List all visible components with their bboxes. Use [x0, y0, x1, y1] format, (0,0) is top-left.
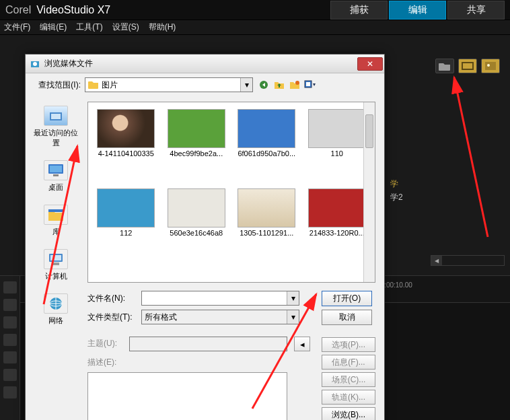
- chevron-down-icon[interactable]: ▾: [240, 78, 252, 92]
- description-label: 描述(E):: [87, 355, 125, 368]
- places-bar: 最近访问的位置 桌面 库 计算机 网络: [32, 106, 79, 338]
- menu-file[interactable]: 文件(F): [4, 22, 30, 33]
- tab-edit[interactable]: 编辑: [389, 1, 446, 20]
- brand-corel: Corel: [5, 4, 31, 16]
- new-folder-icon[interactable]: [288, 78, 301, 92]
- dialog-title: 浏览媒体文件: [44, 58, 353, 69]
- scroll-left-icon[interactable]: ◀: [431, 256, 442, 265]
- photo-icon[interactable]: [481, 59, 500, 73]
- track-icon-2[interactable]: [3, 334, 17, 346]
- timeline-view-icon[interactable]: [3, 299, 17, 311]
- filetype-label: 文件类型(T):: [87, 312, 136, 323]
- menu-settings[interactable]: 设置(S): [112, 22, 139, 33]
- filename-label: 文件名(N):: [87, 293, 136, 304]
- track-icon-1[interactable]: [3, 316, 17, 328]
- scenes-button[interactable]: 场景(C)...: [322, 372, 375, 387]
- filename-input[interactable]: ▾: [141, 291, 299, 306]
- file-vscroll[interactable]: [363, 102, 375, 282]
- file-thumb[interactable]: 112: [94, 188, 159, 237]
- auto-play-icon[interactable]: ◂: [294, 337, 310, 351]
- cancel-button[interactable]: 取消: [322, 310, 372, 325]
- places-desktop[interactable]: 桌面: [32, 160, 79, 193]
- library-item-2[interactable]: 学2: [390, 192, 403, 203]
- svg-line-23: [454, 77, 488, 237]
- dialog-icon: [30, 59, 40, 69]
- svg-rect-9: [306, 82, 310, 86]
- browse-button[interactable]: 浏览(B)...: [322, 407, 375, 420]
- file-thumb[interactable]: 4-141104100335: [94, 109, 159, 158]
- file-thumb[interactable]: 1305-1101291...: [234, 188, 299, 237]
- close-button[interactable]: ✕: [357, 57, 383, 71]
- file-thumb[interactable]: 110: [305, 109, 370, 158]
- svg-rect-15: [48, 209, 63, 212]
- library-list: 学 学2: [390, 176, 403, 205]
- svg-rect-18: [52, 262, 59, 265]
- file-thumb[interactable]: 6f061d950a7b0...: [234, 109, 299, 158]
- lookin-value: 图片: [102, 79, 118, 91]
- file-thumb[interactable]: 214833-120R0...: [305, 188, 370, 237]
- menu-bar: 文件(F) 编辑(E) 工具(T) 设置(S) 帮助(H): [0, 20, 510, 35]
- tracks-button[interactable]: 轨道(K)...: [322, 390, 375, 405]
- places-network[interactable]: 网络: [32, 293, 79, 326]
- svg-point-3: [487, 64, 490, 67]
- info-button[interactable]: 信息(F)...: [322, 355, 375, 370]
- back-icon[interactable]: [257, 78, 270, 92]
- chevron-down-icon[interactable]: ▾: [287, 310, 299, 324]
- title-bar: Corel VideoStudio X7 捕获 编辑 共享: [0, 0, 510, 20]
- svg-point-5: [33, 62, 37, 66]
- svg-point-7: [295, 81, 299, 85]
- chevron-down-icon[interactable]: ▾: [287, 291, 299, 305]
- svg-rect-11: [51, 114, 61, 119]
- menu-edit[interactable]: 编辑(E): [40, 22, 67, 33]
- svg-rect-14: [53, 174, 59, 176]
- tab-share[interactable]: 共享: [447, 1, 505, 20]
- filetype-combobox[interactable]: 所有格式 ▾: [141, 310, 299, 324]
- menu-tools[interactable]: 工具(T): [76, 22, 102, 33]
- library-item-1[interactable]: 学: [390, 178, 403, 190]
- svg-rect-1: [463, 63, 472, 69]
- menu-help[interactable]: 帮助(H): [149, 22, 176, 33]
- subject-label: 主题(U):: [87, 337, 125, 349]
- file-thumb[interactable]: 560e3e16c46a8: [164, 188, 229, 237]
- description-textarea[interactable]: [87, 372, 287, 420]
- svg-rect-2: [485, 62, 496, 70]
- up-folder-icon[interactable]: [272, 78, 286, 92]
- svg-rect-17: [50, 255, 61, 260]
- tab-capture[interactable]: 捕获: [330, 1, 388, 20]
- library-hscroll[interactable]: ◀: [431, 255, 505, 266]
- track-icon-5[interactable]: [3, 386, 17, 398]
- storyboard-view-icon[interactable]: [3, 281, 17, 293]
- track-icon-4[interactable]: [3, 369, 17, 381]
- library-toolbar: [435, 59, 500, 73]
- brand-product: VideoStudio X7: [36, 4, 110, 16]
- timeline-track-headers: [0, 276, 20, 420]
- places-libraries[interactable]: 库: [32, 205, 79, 237]
- browse-media-dialog: 浏览媒体文件 ✕ 查找范围(I): 图片 ▾: [25, 54, 385, 420]
- mode-tabs: 捕获 编辑 共享: [329, 1, 505, 20]
- open-button[interactable]: 打开(O): [322, 291, 372, 306]
- track-icon-3[interactable]: [3, 351, 17, 363]
- file-list[interactable]: 4-1411041003354bec99f9be2a...6f061d950a7…: [87, 102, 375, 283]
- lookin-label: 查找范围(I):: [31, 79, 81, 91]
- file-thumb[interactable]: 4bec99f9be2a...: [164, 109, 229, 158]
- lookin-combobox[interactable]: 图片 ▾: [85, 77, 253, 92]
- places-recent[interactable]: 最近访问的位置: [32, 106, 79, 148]
- options-button[interactable]: 选项(P)...: [322, 337, 375, 352]
- places-computer[interactable]: 计算机: [32, 249, 79, 281]
- browse-folder-icon[interactable]: [435, 59, 454, 73]
- svg-rect-13: [50, 166, 62, 172]
- view-menu-icon[interactable]: [303, 78, 317, 92]
- subject-input[interactable]: [129, 337, 287, 351]
- media-clip-icon[interactable]: [458, 59, 477, 73]
